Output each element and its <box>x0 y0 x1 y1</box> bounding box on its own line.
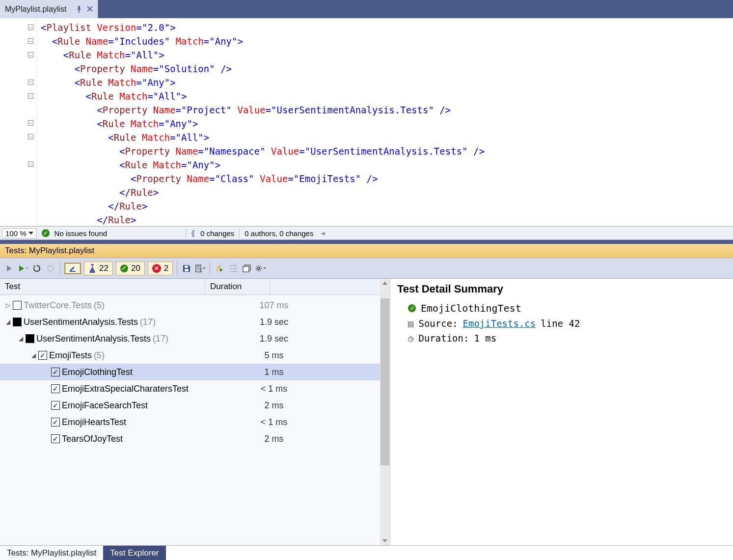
document-tab-bar: MyPlaylist.playlist <box>0 0 733 18</box>
edit-playlist-button[interactable] <box>64 263 81 274</box>
failed-count: 2 <box>164 264 168 273</box>
scroll-thumb[interactable] <box>380 298 389 465</box>
checkbox[interactable] <box>38 351 47 360</box>
test-name: TearsOfJoyTest <box>62 434 123 444</box>
test-duration: < 1 ms <box>205 384 343 394</box>
save-icon[interactable] <box>181 263 192 274</box>
tests-panel-header: Tests: MyPlaylist.playlist <box>0 244 733 258</box>
test-row[interactable]: EmojiExtraSpecialCharatersTest< 1 ms <box>0 380 390 397</box>
test-duration: 1.9 sec <box>205 334 343 344</box>
column-test[interactable]: Test <box>0 279 205 294</box>
failed-tests-counter[interactable]: ✕ 2 <box>148 262 173 275</box>
group-icon[interactable] <box>228 263 239 274</box>
run-all-icon[interactable] <box>4 263 15 274</box>
source-label: Source: <box>418 318 458 329</box>
checkbox[interactable] <box>13 318 22 326</box>
changes-text: 0 changes <box>200 229 234 238</box>
expand-icon[interactable]: ▷ <box>5 302 11 309</box>
test-row[interactable]: ◢ UserSentimentAnalysis.Tests (17)1.9 se… <box>0 314 390 330</box>
settings-icon[interactable] <box>255 263 266 274</box>
tests-header-title: Tests: MyPlaylist.playlist <box>5 246 94 255</box>
checkbox[interactable] <box>51 434 60 443</box>
source-file-link[interactable]: EmojiTests.cs <box>463 318 536 329</box>
total-tests-counter[interactable]: 22 <box>84 262 113 275</box>
source-line: line 42 <box>541 318 580 329</box>
test-duration: 107 ms <box>205 300 343 311</box>
issues-text: No issues found <box>54 229 108 238</box>
properties-icon[interactable] <box>195 263 206 274</box>
document-icon: ▤ <box>408 318 413 329</box>
editor-status-bar: 100 % ✓ No issues found ⟪ 0 changes 0 au… <box>0 226 733 240</box>
checkbox[interactable] <box>26 334 34 343</box>
run-debug-icon[interactable] <box>214 263 225 274</box>
bottom-tab[interactable]: Test Explorer <box>103 546 165 560</box>
document-tab[interactable]: MyPlaylist.playlist <box>0 0 98 18</box>
expand-icon[interactable]: ◢ <box>5 319 11 325</box>
test-row[interactable]: ◢ EmojiTests (5)5 ms <box>0 347 390 364</box>
fold-icon[interactable]: − <box>28 25 33 30</box>
test-detail-pane: Test Detail Summary ✓ EmojiClothingTest … <box>390 279 733 545</box>
test-duration: 1 ms <box>205 367 343 377</box>
expand-icon[interactable]: ◢ <box>18 335 24 342</box>
column-headers: Test Duration <box>0 279 390 295</box>
total-count: 22 <box>99 264 109 273</box>
test-count: (5) <box>94 300 105 311</box>
chevron-left-icon[interactable]: ◂ <box>321 229 325 238</box>
test-duration: 1.9 sec <box>205 317 343 327</box>
fold-icon[interactable]: − <box>28 52 33 57</box>
pin-icon[interactable] <box>76 6 82 13</box>
windows-icon[interactable] <box>242 263 252 274</box>
duration-label: Duration: <box>418 333 469 344</box>
zoom-selector[interactable]: 100 % <box>2 228 37 239</box>
fold-icon[interactable]: − <box>28 93 33 99</box>
passed-tests-counter[interactable]: ✓ 20 <box>116 262 145 275</box>
clock-icon: ◷ <box>408 333 413 344</box>
checkbox[interactable] <box>13 301 22 310</box>
checkbox[interactable] <box>51 384 60 393</box>
fold-icon[interactable]: − <box>28 161 33 167</box>
document-tab-title: MyPlaylist.playlist <box>5 5 66 14</box>
run-icon[interactable] <box>18 263 28 274</box>
checkbox[interactable] <box>51 418 60 427</box>
test-name: EmojiClothingTest <box>62 367 133 377</box>
test-name: EmojiFaceSearchTest <box>62 400 148 411</box>
test-name: UserSentimentAnalysis.Tests <box>36 334 151 344</box>
column-duration[interactable]: Duration <box>205 279 270 294</box>
test-name: EmojiExtraSpecialCharatersTest <box>62 384 189 394</box>
authors-text: 0 authors, 0 changes <box>244 229 313 238</box>
checkbox[interactable] <box>51 401 60 410</box>
test-count: (17) <box>140 317 156 327</box>
fold-icon[interactable]: − <box>28 120 33 126</box>
fold-icon[interactable]: − <box>28 38 33 44</box>
svg-rect-1 <box>70 271 76 272</box>
test-duration: 2 ms <box>205 434 343 444</box>
svg-point-8 <box>258 267 260 269</box>
code-content[interactable]: <Playlist Version="2.0"> <Rule Name="Inc… <box>37 18 489 226</box>
close-icon[interactable] <box>87 6 93 13</box>
check-icon: ✓ <box>42 229 50 237</box>
test-name: UserSentimentAnalysis.Tests <box>24 317 138 327</box>
scrollbar[interactable] <box>380 279 390 545</box>
checkbox[interactable] <box>51 368 60 376</box>
stop-icon[interactable] <box>45 263 56 274</box>
fold-icon[interactable]: − <box>28 80 33 85</box>
chevron-down-icon <box>28 232 33 235</box>
bottom-tab[interactable]: Tests: MyPlaylist.playlist <box>0 546 103 560</box>
test-tree[interactable]: ▷ TwitterCore.Tests (5)107 ms◢ UserSenti… <box>0 295 390 545</box>
svg-rect-4 <box>196 265 201 272</box>
test-duration: < 1 ms <box>205 417 343 427</box>
bottom-tab-bar: Tests: MyPlaylist.playlistTest Explorer <box>0 545 733 560</box>
test-row[interactable]: EmojiFaceSearchTest2 ms <box>0 397 390 414</box>
test-row[interactable]: ◢ UserSentimentAnalysis.Tests (17)1.9 se… <box>0 330 390 347</box>
test-row[interactable]: EmojiClothingTest1 ms <box>0 364 390 380</box>
test-row[interactable]: ▷ TwitterCore.Tests (5)107 ms <box>0 297 390 314</box>
detail-title: Test Detail Summary <box>397 283 726 295</box>
repeat-icon[interactable] <box>31 263 42 274</box>
fold-icon[interactable]: − <box>28 134 33 139</box>
test-row[interactable]: EmojiHeartsTest< 1 ms <box>0 414 390 430</box>
svg-rect-3 <box>185 269 189 271</box>
test-duration: 5 ms <box>205 350 343 361</box>
expand-icon[interactable]: ◢ <box>30 352 36 359</box>
test-row[interactable]: TearsOfJoyTest2 ms <box>0 430 390 447</box>
code-editor[interactable]: −−−−−−−− <Playlist Version="2.0"> <Rule … <box>0 18 733 226</box>
